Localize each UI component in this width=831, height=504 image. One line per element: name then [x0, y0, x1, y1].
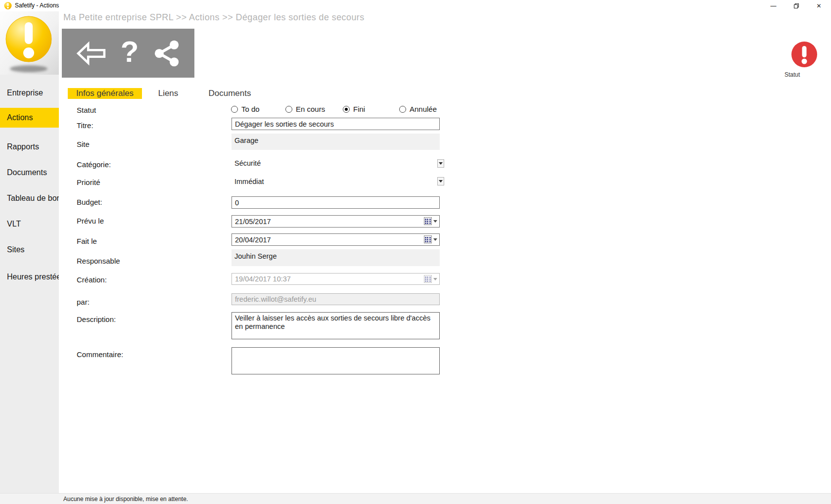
tab-documents[interactable]: Documents [204, 88, 256, 99]
safetify-exclamation-logo-icon [4, 13, 53, 74]
commentaire-label: Commentaire: [77, 350, 123, 359]
back-arrow-icon [76, 41, 106, 66]
sidebar-item-actions[interactable]: Actions [0, 108, 59, 128]
radio-icon [285, 106, 292, 113]
share-icon [153, 40, 181, 67]
sidebar-item-sites[interactable]: Sites [0, 240, 59, 260]
app-window: Safetify - Actions — ✕ [0, 0, 831, 504]
toolbar: ? [62, 29, 194, 78]
minimize-icon: — [771, 3, 777, 9]
help-icon: ? [121, 35, 139, 68]
categorie-dropdown-button[interactable] [437, 159, 444, 168]
site-label: Site [77, 140, 90, 148]
logo-tile [0, 11, 59, 75]
radio-en-cours[interactable]: En cours [285, 105, 325, 113]
restore-icon [794, 3, 799, 8]
sidebar-item-documents[interactable]: Documents [0, 163, 59, 183]
help-button[interactable]: ? [121, 37, 139, 70]
tab-infos-generales[interactable]: Infos générales [68, 88, 142, 99]
chevron-down-icon [439, 180, 443, 183]
restore-button[interactable] [785, 0, 807, 11]
minimize-button[interactable]: — [762, 0, 785, 11]
creation-label: Création: [77, 275, 107, 284]
categorie-label: Catégorie: [77, 160, 111, 169]
categorie-value: Sécurité [234, 159, 261, 167]
calendar-icon [424, 275, 432, 283]
sidebar-item-rapports[interactable]: Rapports [0, 137, 59, 157]
status-bar: Aucune mise à jour disponible, mise en a… [0, 493, 831, 504]
close-icon: ✕ [816, 3, 821, 9]
status-exclamation-icon [791, 41, 818, 68]
sidebar-item-entreprise[interactable]: Entreprise [0, 83, 59, 103]
radio-to-do[interactable]: To do [231, 105, 260, 113]
statut-label: Statut [77, 106, 96, 114]
prevu-le-input[interactable]: 21/05/2017 [231, 215, 440, 228]
app-logo-icon [4, 1, 12, 10]
par-label: par: [77, 298, 90, 306]
tab-liens[interactable]: Liens [151, 88, 185, 99]
share-button[interactable] [153, 40, 181, 67]
prevu-le-datepicker-button[interactable] [424, 217, 437, 225]
radio-icon [399, 106, 406, 113]
back-button[interactable] [76, 41, 106, 66]
sidebar: Entreprise Actions Rapports Documents Ta… [0, 11, 59, 493]
radio-icon [343, 106, 350, 113]
window-title: Safetify - Actions [15, 2, 59, 9]
status-bar-text: Aucune mise à jour disponible, mise en a… [63, 496, 188, 503]
chevron-down-icon [433, 220, 437, 223]
creation-field: 19/04/2017 10:37 [231, 273, 440, 285]
sidebar-item-heures-prestees[interactable]: Heures prestées [0, 267, 59, 287]
fait-le-datepicker-button[interactable] [424, 235, 437, 243]
budget-label: Budget: [77, 198, 102, 206]
prevu-le-label: Prévu le [77, 217, 104, 225]
budget-input[interactable]: 0 [231, 196, 440, 209]
commentaire-textarea[interactable] [231, 347, 440, 374]
sidebar-item-vlt[interactable]: VLT [0, 214, 59, 234]
description-textarea[interactable]: Veiller à laisser les accès aux sorties … [231, 312, 440, 339]
priorite-label: Priorité [77, 178, 100, 186]
radio-icon [231, 106, 238, 113]
status-widget-label: Statut [785, 71, 823, 78]
radio-annulee[interactable]: Annulée [399, 105, 437, 113]
calendar-icon [424, 235, 432, 243]
calendar-icon [424, 217, 432, 225]
priorite-dropdown-button[interactable] [437, 177, 444, 185]
chevron-down-icon [433, 278, 437, 280]
chevron-down-icon [439, 162, 443, 165]
creation-datepicker-button [424, 275, 437, 283]
priorite-value: Immédiat [234, 178, 264, 185]
par-field: frederic.willot@safetify.eu [231, 293, 440, 305]
radio-fini[interactable]: Fini [343, 105, 365, 113]
fait-le-input[interactable]: 20/04/2017 [231, 233, 440, 246]
titre-input[interactable]: Dégager les sorties de secours [231, 118, 440, 130]
titre-label: Titre: [77, 121, 93, 130]
description-label: Description: [77, 315, 116, 323]
breadcrumb: Ma Petite entreprise SPRL >> Actions >> … [63, 12, 365, 23]
fait-le-label: Fait le [77, 237, 97, 245]
site-field: Garage [231, 134, 440, 150]
close-button[interactable]: ✕ [808, 0, 830, 11]
responsable-field: Jouhin Serge [231, 249, 440, 266]
sidebar-item-tableau-de-bord[interactable]: Tableau de bord [0, 188, 59, 208]
title-bar: Safetify - Actions — ✕ [0, 0, 831, 11]
responsable-label: Responsable [77, 257, 120, 265]
chevron-down-icon [433, 238, 437, 241]
